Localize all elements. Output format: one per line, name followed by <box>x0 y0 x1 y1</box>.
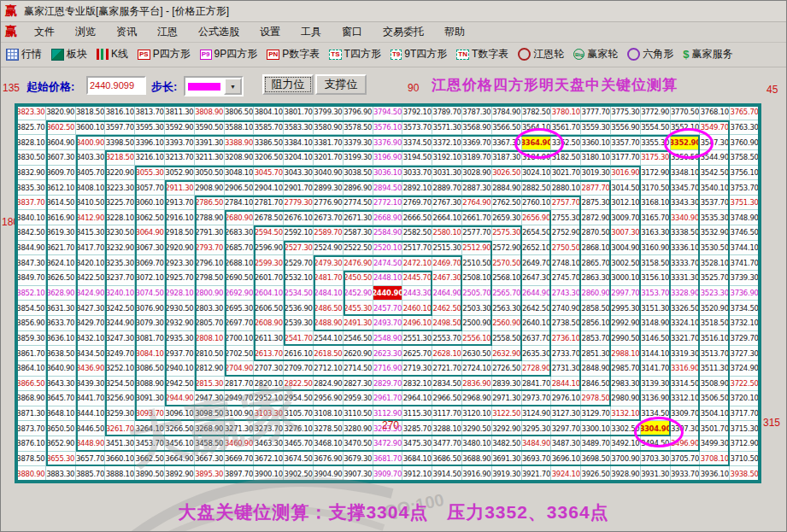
grid-cell: 3837.70 <box>16 196 46 211</box>
menu-item[interactable]: 交易委托 <box>373 22 434 42</box>
grid-cell: 2467.30 <box>432 271 462 286</box>
menu-item[interactable]: 工具 <box>291 22 332 42</box>
grid-cell: 3566.50 <box>492 120 522 136</box>
grid-cell: 2508.10 <box>462 271 492 286</box>
grid-cell: 3201.70 <box>314 150 344 166</box>
grid-cell: 3448.90 <box>76 436 106 452</box>
menu-item[interactable]: 公式选股 <box>188 22 250 42</box>
toolbar-item[interactable]: 板块 <box>51 47 87 61</box>
grid-cell: 3657.70 <box>76 452 106 467</box>
grid-cell: 3372.10 <box>432 135 462 150</box>
grid-cell: 2884.90 <box>492 180 522 196</box>
grid-cell: 3388.90 <box>225 135 255 150</box>
step-select[interactable]: ▼ <box>184 76 244 96</box>
grid-cell: 3100.90 <box>225 406 255 422</box>
grid-cell: 3285.70 <box>402 421 432 436</box>
grid-cell: 2452.90 <box>344 286 373 301</box>
menu-bar: 赢 文件浏览资讯江恩公式选股设置工具窗口交易委托帮助 <box>1 21 786 43</box>
toolbar-item[interactable]: T99T四方形 <box>391 47 447 61</box>
grid-cell: 3828.10 <box>16 135 46 150</box>
grid-cell: 2928.10 <box>165 286 195 301</box>
grid-cell: 3580.90 <box>314 120 344 136</box>
toolbar-item[interactable]: PSP四方形 <box>138 47 191 61</box>
grid-cell: 2724.10 <box>462 361 492 377</box>
toolbar-item-label: T四方形 <box>344 47 381 61</box>
toolbar-item[interactable]: 行情 <box>6 47 42 61</box>
grid-cell: 3624.10 <box>46 255 76 271</box>
grid-cell: 2601.70 <box>254 271 284 286</box>
grid-cell: 3669.70 <box>225 452 255 467</box>
grid-cell: 2942.50 <box>165 377 195 392</box>
grid-cell: 3074.50 <box>135 286 165 301</box>
menu-item[interactable]: 帮助 <box>434 22 475 42</box>
toolbar-item[interactable]: $赢家服务 <box>683 47 732 61</box>
menu-item[interactable]: 窗口 <box>332 22 373 42</box>
grid-cell: 3540.10 <box>700 180 730 196</box>
grid-cell: 3331.30 <box>671 271 701 286</box>
grid-cell: 2656.90 <box>522 210 552 225</box>
grid-cell: 3045.70 <box>254 166 284 181</box>
grid-cell: 2985.70 <box>611 361 641 377</box>
grid-cell: 3206.50 <box>254 150 284 166</box>
grid-cell: 2877.70 <box>581 180 611 196</box>
menu-item[interactable]: 文件 <box>24 22 65 42</box>
grid-cell: 3494.50 <box>641 436 671 452</box>
resistance-button[interactable]: 阻力位 <box>262 74 314 95</box>
grid-cell: 3350.50 <box>671 150 701 166</box>
grid-cell: 3259.30 <box>105 406 135 422</box>
grid-cell: 3168.10 <box>641 196 671 211</box>
grid-cell: 3067.30 <box>135 241 165 256</box>
grid-cell: 2858.50 <box>581 301 611 316</box>
menu-item[interactable]: 资讯 <box>106 22 147 42</box>
start-price-input[interactable] <box>86 76 146 95</box>
grid-cell: 3069.70 <box>135 255 165 271</box>
grid-cell: 3117.70 <box>432 406 462 422</box>
grid-cell: 2491.30 <box>344 316 373 331</box>
menu-item[interactable]: 江恩 <box>147 22 188 42</box>
support-button[interactable]: 支撑位 <box>315 74 367 95</box>
grid-cell: 3926.50 <box>581 466 611 482</box>
grid-cell: 2527.30 <box>284 241 314 256</box>
grid-cell: 3189.70 <box>462 150 492 166</box>
app-logo-icon: 赢 <box>5 24 17 39</box>
grid-cell: 3928.90 <box>611 466 641 482</box>
toolbar-item[interactable]: 六角形 <box>627 47 673 61</box>
grid-cell: 2817.70 <box>225 377 255 392</box>
toolbar-item[interactable]: TST四方形 <box>329 47 381 61</box>
toolbar-item[interactable]: TNT数字表 <box>456 47 508 61</box>
grid-cell: 3736.90 <box>730 286 760 301</box>
grid-cell: 3636.10 <box>46 331 76 347</box>
grid-cell: 2860.90 <box>581 286 611 301</box>
grid-cell: 2990.50 <box>611 331 641 347</box>
grid-cell: 2680.90 <box>225 210 255 225</box>
menu-item[interactable]: 浏览 <box>65 22 106 42</box>
grid-cell: 3765.70 <box>730 105 760 120</box>
grid-cell: 2978.50 <box>581 391 611 406</box>
toolbar-item-label: T数字表 <box>472 47 508 61</box>
grid-cell: 3722.50 <box>730 377 760 392</box>
grid-cell: 2445.70 <box>402 271 432 286</box>
grid-cell: 3280.90 <box>344 421 373 436</box>
grid-cell: 2690.50 <box>225 271 255 286</box>
toolbar-item-label: 行情 <box>21 47 42 61</box>
menu-item[interactable]: 设置 <box>250 22 291 42</box>
chevron-down-icon[interactable]: ▼ <box>224 78 242 95</box>
grid-cell: 3165.70 <box>641 210 671 225</box>
grid-cell: 3021.70 <box>551 166 581 181</box>
grid-cell: 2709.70 <box>284 361 314 377</box>
grid-cell: 2851.30 <box>581 346 611 361</box>
grid-cell: 3050.50 <box>195 166 225 181</box>
grid-cell: 2964.10 <box>402 391 432 406</box>
grid-cell: 2546.50 <box>344 331 373 347</box>
toolbar-item[interactable]: 江恩轮 <box>518 47 564 61</box>
grid-cell: 2544.10 <box>314 331 344 347</box>
toolbar-item[interactable]: PNP数字表 <box>267 47 320 61</box>
toolbar-item[interactable]: P99P四方形 <box>200 47 257 61</box>
grid-cell: 3597.70 <box>105 120 135 136</box>
toolbar-item[interactable]: Big赢家轮 <box>573 47 618 61</box>
grid-cell: 2642.50 <box>522 301 552 316</box>
grid-cell: 3578.50 <box>344 120 373 136</box>
grid-cell: 3192.10 <box>432 150 462 166</box>
grid-cell: 2637.70 <box>522 331 552 347</box>
toolbar-item[interactable]: K线 <box>97 47 128 61</box>
